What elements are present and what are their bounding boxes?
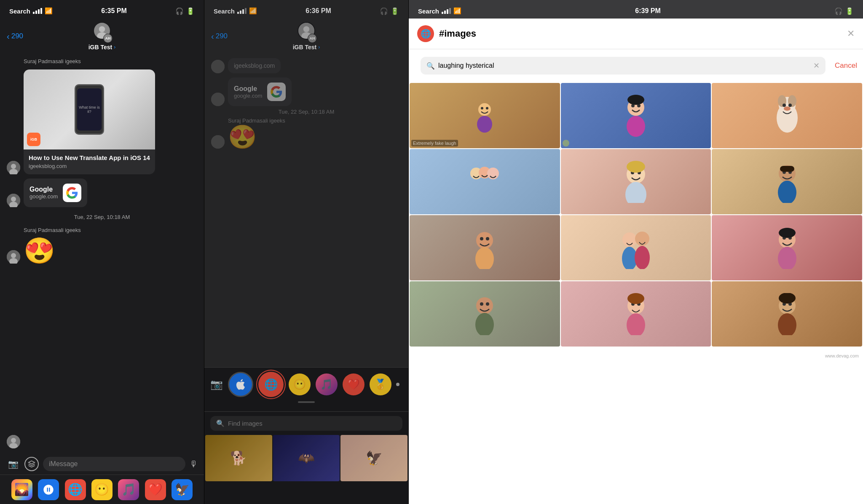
svg-point-68	[627, 313, 645, 335]
svg-point-41	[625, 182, 646, 203]
faces-btn-p2[interactable]: 😶	[289, 373, 311, 395]
signal-p3	[442, 8, 451, 14]
watermark-p3: www.devag.com	[409, 352, 863, 360]
camera-btn-p2[interactable]: 📷	[210, 379, 223, 390]
msg-avatar-p2	[211, 60, 225, 73]
gif-search-area-p2: 🔍 Find images 🐕 🦇 🦅	[204, 411, 408, 504]
music-dock-icon[interactable]: 🎵	[118, 479, 139, 500]
photos-dock-icon[interactable]: 🌄	[11, 479, 32, 500]
status-bar-p2: Search 📶 6:36 PM 🎧 🔋	[204, 0, 408, 19]
audio-button-p1[interactable]: 🎙	[190, 459, 198, 469]
google-preview[interactable]: Google google.com	[24, 179, 87, 207]
search-bar-p3[interactable]: 🔍 laughing hysterical ✕	[421, 57, 825, 75]
bird-dock-icon[interactable]: 🦅	[172, 479, 193, 500]
images-header: 🌐 #images ✕	[409, 19, 863, 49]
svg-point-73	[778, 313, 796, 335]
search-icon-p2: 🔍	[216, 419, 225, 427]
msg-row-link: What time is it? iGB How to Use New Tran…	[7, 69, 197, 174]
signal-p1	[33, 8, 42, 14]
time-p2: 6:36 PM	[306, 7, 331, 15]
svg-point-16	[303, 26, 309, 32]
img-cell-5[interactable]	[561, 149, 711, 214]
time-p3: 6:39 PM	[635, 7, 660, 15]
search-text-p3: laughing hysterical	[438, 62, 810, 69]
link-preview-igb[interactable]: What time is it? iGB How to Use New Tran…	[24, 69, 155, 174]
back-arrow-p2: ‹	[211, 32, 214, 41]
img-cell-2[interactable]	[561, 83, 711, 148]
back-button-p2[interactable]: ‹ 290	[211, 32, 228, 41]
input-area-p2: 📷 🌐 😶 🎵 ❤️ 🥇	[204, 367, 408, 411]
avatar-group-p2: AH	[296, 22, 317, 43]
globe-dock-icon[interactable]: 🌐	[65, 479, 86, 500]
cancel-button-p3[interactable]: Cancel	[835, 61, 857, 70]
images-title: #images	[439, 28, 842, 39]
globe-icon-header: 🌐	[417, 25, 434, 42]
appstore-dock-icon[interactable]	[38, 479, 59, 500]
msg-sender-2: Suraj Padmasali igeeks	[7, 227, 197, 233]
svg-point-65	[480, 302, 483, 306]
input-controls-p2: 📷 🌐 😶 🎵 ❤️ 🥇	[210, 372, 402, 397]
msg-avatar-suraj	[7, 161, 20, 174]
msg-row-google-p2: Google google.com	[211, 77, 402, 106]
wifi-icon-p3: 📶	[453, 7, 461, 15]
google-text: Google google.com	[29, 186, 58, 200]
img-cell-11[interactable]	[561, 281, 711, 347]
img-cell-4[interactable]	[410, 149, 560, 214]
camera-button-p1[interactable]: 📷	[6, 457, 20, 471]
status-bar-p3: Search 📶 6:39 PM 🎧 🔋	[409, 0, 863, 19]
faces-dock-icon[interactable]: 😶	[91, 479, 113, 500]
svg-point-53	[486, 237, 489, 240]
msg-sender-1: Suraj Padmasali igeeks	[7, 58, 197, 64]
contact-name-p1: iGB Test	[88, 44, 113, 51]
svg-point-34	[783, 104, 786, 107]
bird-btn-p2[interactable]: 🥇	[370, 373, 391, 395]
img-cell-12[interactable]	[712, 281, 862, 347]
svg-point-51	[475, 247, 494, 269]
svg-point-52	[480, 237, 483, 240]
img-cell-6[interactable]	[712, 149, 862, 214]
gif-cell-1[interactable]: 🐕	[205, 435, 272, 481]
svg-point-13	[11, 438, 16, 443]
close-button-p3[interactable]: ✕	[847, 28, 855, 39]
img-cell-9[interactable]	[712, 215, 862, 280]
input-bar-p1: 📷 iMessage 🎙	[0, 453, 204, 475]
svg-point-10	[11, 253, 16, 258]
timestamp-1: Tue, 22 Sep, 10:18 AM	[7, 214, 197, 220]
search-row-p3: 🔍 laughing hysterical ✕ Cancel	[409, 49, 863, 82]
img-cell-3[interactable]	[712, 83, 862, 148]
msg-row-emoji: 😍	[7, 238, 197, 264]
svg-point-62	[779, 228, 796, 238]
back-button-p1[interactable]: ‹ 290	[7, 32, 23, 41]
headphone-icon-p1: 🎧	[175, 7, 184, 15]
search-clear-p3[interactable]: ✕	[813, 61, 820, 70]
svg-point-46	[778, 181, 796, 203]
panel-1-messages: Search 📶 6:35 PM 🎧 🔋 ‹ 290	[0, 0, 204, 504]
wifi-icon-p2: 📶	[249, 7, 257, 15]
heart-btn-p2[interactable]: ❤️	[343, 373, 364, 395]
emoji-message: 😍	[24, 238, 55, 264]
status-left-p2: Search 📶	[214, 7, 257, 15]
img-cell-1[interactable]: Extremely fake laugh	[410, 83, 560, 148]
message-input-p1[interactable]: iMessage	[43, 457, 185, 471]
msg-row-google: Google google.com	[7, 179, 197, 207]
globe-large-p2[interactable]: 🌐	[258, 372, 284, 397]
svg-point-36	[784, 107, 791, 111]
msg-row-emoji-p2: 😍	[211, 125, 402, 149]
img-cell-7[interactable]	[410, 215, 560, 280]
signal-p2	[237, 8, 247, 14]
heart-dock-icon[interactable]: ❤️	[145, 479, 166, 500]
app-store-button-p1[interactable]	[24, 457, 39, 471]
gif-cell-2[interactable]: 🦇	[273, 435, 340, 481]
svg-point-26	[627, 116, 645, 137]
img-cell-8[interactable]	[561, 215, 711, 280]
headphone-icon-p2: 🎧	[380, 7, 388, 15]
svg-point-35	[788, 104, 792, 107]
img-cell-10[interactable]	[410, 281, 560, 347]
link-url: igeeksblog.com	[29, 163, 150, 169]
back-count-p2: 290	[216, 32, 228, 40]
gif-search-bar-p2[interactable]: 🔍 Find images	[210, 416, 402, 431]
gif-cell-3[interactable]: 🦅	[340, 435, 407, 481]
music-btn-p2[interactable]: 🎵	[316, 373, 338, 395]
appstore-large-p2[interactable]	[228, 372, 253, 397]
status-right-p2: 🎧 🔋	[380, 7, 399, 15]
